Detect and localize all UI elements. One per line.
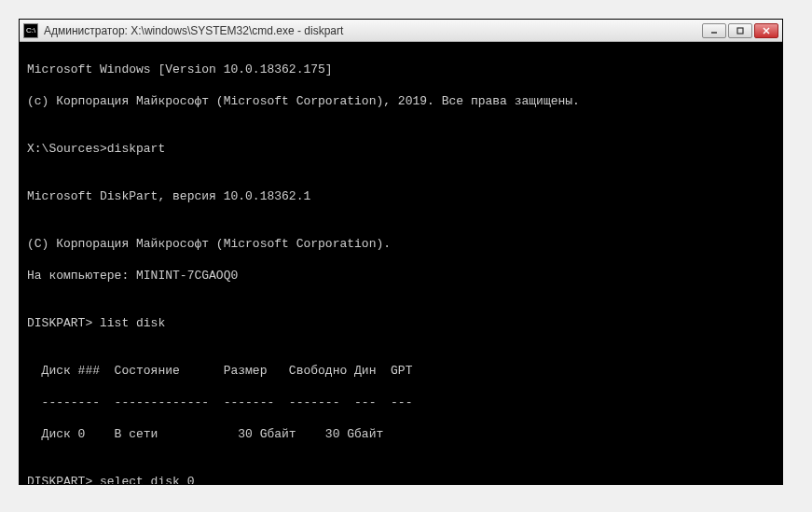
titlebar[interactable]: C:\ Администратор: X:\windows\SYSTEM32\c… <box>20 20 782 42</box>
terminal-line: -------- ------------- ------- ------- -… <box>27 394 775 410</box>
terminal-line: Диск 0 В сети 30 Gбайт 30 Gбайт <box>27 426 775 442</box>
terminal-line: На компьютере: MININT-7CGAOQ0 <box>27 268 775 284</box>
close-button[interactable] <box>754 23 778 38</box>
terminal-line: (c) Корпорация Майкрософт (Microsoft Cor… <box>27 93 775 109</box>
terminal-line: (C) Корпорация Майкрософт (Microsoft Cor… <box>27 236 775 252</box>
cmd-icon: C:\ <box>23 23 38 38</box>
svg-rect-1 <box>737 28 743 34</box>
window-title: Администратор: X:\windows\SYSTEM32\cmd.e… <box>44 24 702 37</box>
terminal-line: X:\Sources>diskpart <box>27 141 775 157</box>
terminal-line: DISKPART> select disk 0 <box>27 474 775 484</box>
terminal-line: Диск ### Состояние Размер Свободно Дин G… <box>27 363 775 379</box>
terminal-line: Microsoft DiskPart, версия 10.0.18362.1 <box>27 188 775 204</box>
minimize-button[interactable] <box>702 23 726 38</box>
maximize-button[interactable] <box>728 23 752 38</box>
window-controls <box>702 23 778 38</box>
terminal-line: DISKPART> list disk <box>27 315 775 331</box>
terminal-output[interactable]: Microsoft Windows [Version 10.0.18362.17… <box>20 42 782 484</box>
cmd-window: C:\ Администратор: X:\windows\SYSTEM32\c… <box>19 19 783 485</box>
terminal-line: Microsoft Windows [Version 10.0.18362.17… <box>27 62 775 77</box>
